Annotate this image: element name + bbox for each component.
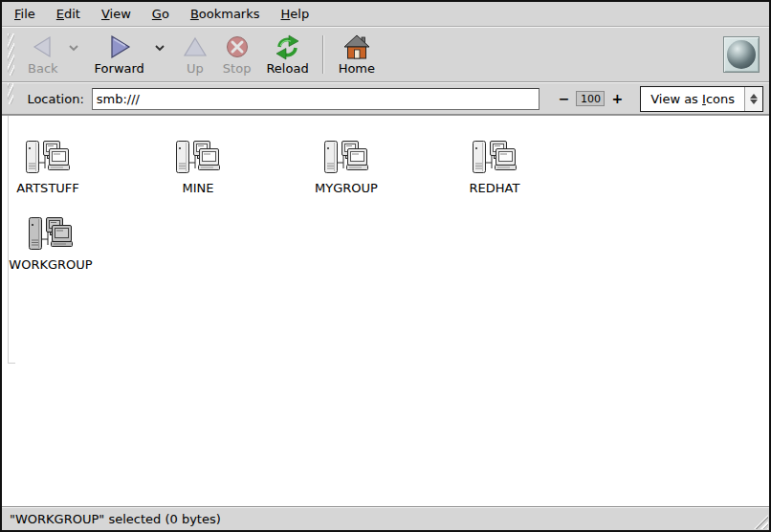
toolbar-separator [322,35,323,74]
status-bar: "WORKGROUP" selected (0 bytes) [2,506,769,530]
menu-file-rest: ile [21,7,35,21]
zoom-level-indicator[interactable]: 100 [576,91,605,106]
reload-label: Reload [266,61,308,76]
location-input[interactable] [92,88,540,110]
back-button[interactable]: Back [20,30,66,79]
menu-bar: File Edit View Go Bookmarks Help [2,2,769,27]
menu-edit-accel: E [56,7,64,21]
workgroup-icon [175,140,221,178]
menu-bookmarks-rest: ookmarks [199,7,260,21]
menu-view[interactable]: View [91,3,142,25]
location-bar-grip[interactable] [8,83,13,104]
chevron-down-icon [155,45,165,52]
icon-label: ARTSTUFF [16,181,79,195]
list-item-redhat[interactable]: REDHAT [445,140,544,195]
menu-help-accel: H [281,7,291,21]
resize-grip[interactable] [754,515,768,529]
view-as-label: View as Icons [641,87,744,111]
reload-icon [275,33,300,60]
menu-bookmarks[interactable]: Bookmarks [180,3,271,25]
location-label: Location: [27,92,83,106]
icon-label: MINE [183,181,214,195]
up-button[interactable]: Up [175,30,215,79]
up-icon [183,33,208,60]
stop-button[interactable]: Stop [215,30,259,79]
throbber-globe-icon [727,40,756,69]
status-text: "WORKGROUP" selected (0 bytes) [10,512,221,526]
stop-label: Stop [223,61,252,76]
menu-file[interactable]: File [4,3,46,25]
zoom-out-button[interactable]: − [555,92,574,105]
forward-icon [107,33,132,60]
back-icon [31,33,55,60]
throbber-area [723,30,765,79]
toolbar-grip[interactable] [8,33,14,76]
home-label: Home [339,61,375,76]
arrow-up-icon [750,94,758,99]
stop-icon [225,33,250,60]
workgroup-icon [25,140,71,178]
menu-bookmarks-accel: B [190,7,199,21]
zoom-in-button[interactable]: + [607,92,627,105]
icon-label: REDHAT [470,181,520,195]
workgroup-icon [323,140,369,178]
menu-view-accel: V [101,7,110,21]
chevron-down-icon [69,45,78,52]
forward-button[interactable]: Forward [87,30,152,79]
view-as-rest: cons [706,92,735,106]
menu-help-rest: elp [290,7,309,21]
workgroup-icon [472,140,518,178]
list-item-artstuff[interactable]: ARTSTUFF [0,140,98,195]
back-history-dropdown[interactable] [66,16,81,79]
back-label: Back [28,61,58,76]
icon-label: WORKGROUP [9,257,92,272]
up-label: Up [187,61,204,76]
view-as-arrow-button[interactable] [744,87,762,111]
icon-label: MYGROUP [315,181,378,195]
icon-view-canvas[interactable]: ARTSTUFF MINE MYGROUP REDHAT WORKGROUP [2,115,769,506]
home-button[interactable]: Home [331,30,383,79]
arrow-down-icon [750,100,758,104]
reload-button[interactable]: Reload [258,30,316,79]
file-manager-window: File Edit View Go Bookmarks Help Back Fo… [0,0,771,532]
menu-view-rest: iew [110,7,131,21]
view-as-dropdown[interactable]: View as Icons [640,86,763,112]
list-item-mine[interactable]: MINE [148,140,248,195]
location-bar: Location: − 100 + View as Icons [2,82,769,115]
toolbar: Back Forward Up Stop [2,27,769,82]
throbber-frame [723,36,760,73]
home-icon [343,33,370,60]
view-as-pre: View as [650,92,702,106]
forward-history-dropdown[interactable] [152,16,167,79]
zoom-control: − 100 + [555,91,627,106]
list-item-mygroup[interactable]: MYGROUP [297,140,396,195]
forward-label: Forward [95,61,144,76]
list-item-workgroup-selected[interactable]: WORKGROUP [1,216,100,272]
workgroup-icon [28,216,74,255]
menu-help[interactable]: Help [271,3,320,25]
